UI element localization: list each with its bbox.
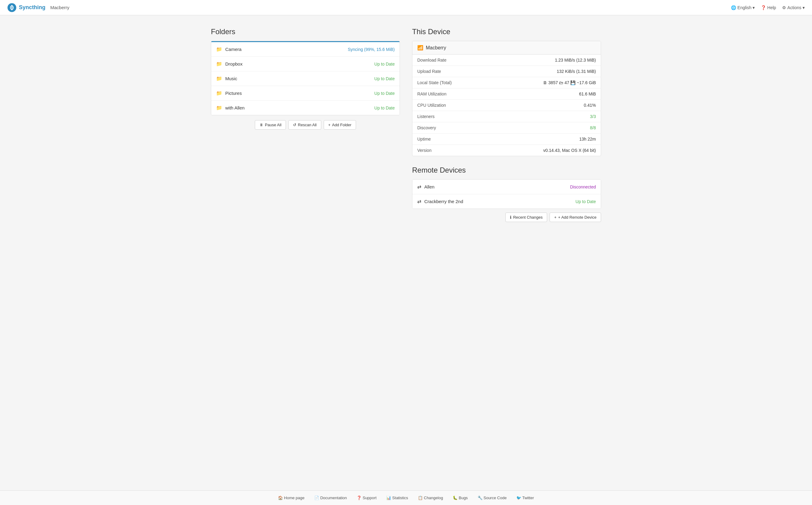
folders-section: Folders 📁CameraSyncing (99%, 15.6 MiB)📁D…	[211, 27, 400, 478]
device-stat-row: Download Rate1.23 MiB/s (12.3 MiB)	[413, 54, 601, 66]
footer-link[interactable]: 📊 Statistics	[386, 496, 408, 500]
device-stat-label: CPU Utilization	[417, 103, 446, 108]
this-device-panel: 📶 Macberry Download Rate1.23 MiB/s (12.3…	[412, 41, 601, 156]
device-stat-label: Discovery	[417, 125, 436, 130]
help-button[interactable]: ❓ Help	[761, 5, 776, 10]
footer: 🏠 Home page📄 Documentation❓ Support📊 Sta…	[0, 490, 812, 505]
this-device-header: 📶 Macberry	[413, 41, 601, 54]
navbar-right: 🌐 English ▾ ❓ Help ⚙ Actions ▾	[731, 5, 805, 10]
remote-device-rows: ⇄AllenDisconnected⇄Crackberry the 2ndUp …	[413, 180, 601, 209]
device-stat-value: 8/8	[590, 125, 596, 130]
folder-item[interactable]: 📁MusicUp to Date	[211, 71, 399, 86]
device-stat-row: RAM Utilization61.6 MiB	[413, 89, 601, 100]
device-stat-label: RAM Utilization	[417, 92, 447, 97]
device-stat-label: Download Rate	[417, 58, 447, 62]
device-stat-row: Listeners3/3	[413, 111, 601, 122]
remote-device-status: Disconnected	[570, 184, 596, 189]
folder-icon: 📁	[216, 61, 222, 67]
folder-status: Up to Date	[374, 76, 395, 81]
actions-button[interactable]: ⚙ Actions ▾	[782, 5, 805, 10]
remote-device-icon: ⇄	[417, 198, 421, 204]
footer-link[interactable]: ❓ Support	[357, 496, 376, 500]
footer-link[interactable]: 📋 Changelog	[418, 496, 443, 500]
device-stat-row: Upload Rate132 KiB/s (1.31 MiB)	[413, 66, 601, 77]
device-stat-value: 3/3	[590, 114, 596, 119]
footer-link[interactable]: 📄 Documentation	[314, 496, 347, 500]
device-stat-value: 61.6 MiB	[579, 92, 596, 97]
add-folder-button[interactable]: + Add Folder	[324, 120, 356, 130]
footer-link[interactable]: 🏠 Home page	[278, 496, 304, 500]
device-name: Macberry	[426, 45, 446, 51]
remote-device-status: Up to Date	[575, 199, 596, 204]
syncthing-logo	[7, 3, 16, 12]
recent-changes-button[interactable]: ℹ Recent Changes	[505, 212, 547, 222]
device-stat-value: v0.14.43, Mac OS X (64 bit)	[543, 148, 596, 153]
folders-list: 📁CameraSyncing (99%, 15.6 MiB)📁DropboxUp…	[211, 41, 400, 115]
main-content: Folders 📁CameraSyncing (99%, 15.6 MiB)📁D…	[193, 15, 619, 490]
device-icon: 📶	[417, 45, 424, 51]
add-remote-device-button[interactable]: + + Add Remote Device	[550, 212, 601, 222]
folders-title: Folders	[211, 27, 400, 36]
brand-logo[interactable]: Syncthing	[7, 3, 45, 12]
remote-devices-title: Remote Devices	[412, 166, 601, 174]
folder-icon: 📁	[216, 75, 222, 81]
remote-device-item[interactable]: ⇄Crackberry the 2ndUp to Date	[413, 194, 601, 209]
device-stat-row: Discovery8/8	[413, 122, 601, 134]
remote-device-name: Allen	[424, 184, 434, 189]
folder-buttons-row: ⏸ Pause All ↺ Rescan All + Add Folder	[211, 120, 400, 130]
right-column: This Device 📶 Macberry Download Rate1.23…	[412, 27, 601, 478]
folder-name: Dropbox	[225, 61, 243, 66]
folder-icon: 📁	[216, 105, 222, 111]
folder-status: Up to Date	[374, 61, 395, 66]
folder-name: with Allen	[225, 105, 244, 111]
footer-link[interactable]: 🐛 Bugs	[453, 496, 468, 500]
folder-item[interactable]: 📁DropboxUp to Date	[211, 57, 399, 71]
navbar: Syncthing Macberry 🌐 English ▾ ❓ Help ⚙ …	[0, 0, 812, 15]
device-stat-label: Local State (Total)	[417, 80, 452, 85]
remote-device-name: Crackberry the 2nd	[424, 199, 463, 204]
device-stat-label: Version	[417, 148, 432, 153]
folder-status: Up to Date	[374, 91, 395, 96]
device-stat-row: Uptime13h 22m	[413, 134, 601, 145]
remote-device-icon: ⇄	[417, 184, 421, 190]
remote-device-item[interactable]: ⇄AllenDisconnected	[413, 180, 601, 194]
folder-name: Pictures	[225, 91, 242, 96]
folder-item[interactable]: 📁CameraSyncing (99%, 15.6 MiB)	[211, 41, 399, 57]
folder-status: Up to Date	[374, 106, 395, 111]
device-rows: Download Rate1.23 MiB/s (12.3 MiB)Upload…	[413, 54, 601, 156]
folder-name: Music	[225, 76, 237, 81]
brand-name: Syncthing	[19, 4, 45, 11]
folder-item[interactable]: 📁PicturesUp to Date	[211, 86, 399, 101]
device-stat-label: Upload Rate	[417, 69, 441, 74]
folder-icon: 📁	[216, 90, 222, 96]
folder-icon: 📁	[216, 46, 222, 52]
rescan-all-button[interactable]: ↺ Rescan All	[288, 120, 321, 130]
device-stat-row: Local State (Total)🗎 3857 🗁 47 💾 ~17.6 G…	[413, 77, 601, 89]
remote-buttons-row: ℹ Recent Changes + + Add Remote Device	[412, 212, 601, 222]
folder-name: Camera	[225, 47, 241, 52]
footer-link[interactable]: 🐦 Twitter	[516, 496, 534, 500]
device-stat-value: 132 KiB/s (1.31 MiB)	[557, 69, 596, 74]
device-stat-value: 0.41%	[584, 103, 596, 108]
language-button[interactable]: 🌐 English ▾	[731, 5, 755, 10]
device-stat-value: 🗎 3857 🗁 47 💾 ~17.6 GiB	[543, 80, 596, 85]
this-device-title: This Device	[412, 27, 601, 36]
footer-link[interactable]: 🔧 Source Code	[478, 496, 507, 500]
svg-point-2	[11, 7, 12, 8]
hostname: Macberry	[50, 5, 69, 10]
device-stat-label: Uptime	[417, 137, 431, 142]
pause-all-button[interactable]: ⏸ Pause All	[255, 120, 286, 130]
device-stat-row: Versionv0.14.43, Mac OS X (64 bit)	[413, 145, 601, 156]
folder-status: Syncing (99%, 15.6 MiB)	[348, 47, 395, 52]
remote-devices-section: Remote Devices ⇄AllenDisconnected⇄Crackb…	[412, 166, 601, 222]
folder-item[interactable]: 📁with AllenUp to Date	[211, 101, 399, 115]
device-stat-row: CPU Utilization0.41%	[413, 100, 601, 111]
device-stat-value: 1.23 MiB/s (12.3 MiB)	[555, 58, 596, 62]
device-stat-value: 13h 22m	[579, 137, 596, 142]
remote-devices-panel: ⇄AllenDisconnected⇄Crackberry the 2ndUp …	[412, 179, 601, 209]
device-stat-label: Listeners	[417, 114, 435, 119]
